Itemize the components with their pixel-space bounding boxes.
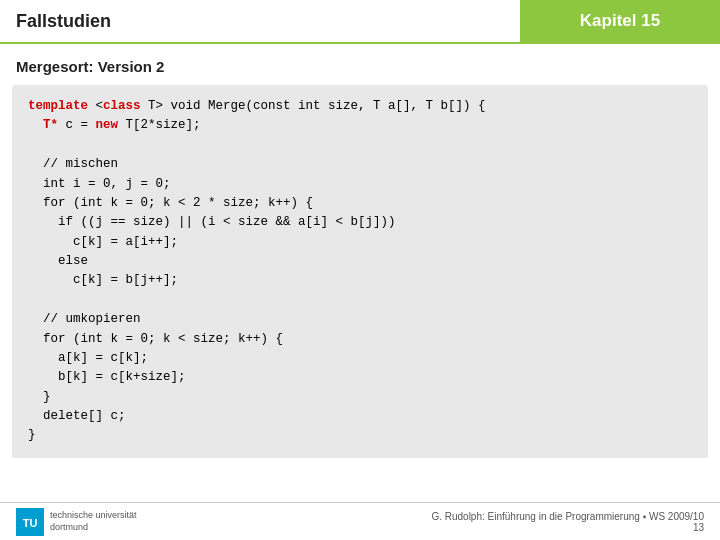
code-line-3: // mischen — [28, 155, 692, 174]
code-line-8: else — [28, 252, 692, 271]
header: Fallstudien Kapitel 15 — [0, 0, 720, 42]
code-line-12: a[k] = c[k]; — [28, 349, 692, 368]
footer: TU technische universität dortmund G. Ru… — [0, 502, 720, 540]
footer-logo-text: technische universität dortmund — [50, 510, 137, 533]
footer-credit: G. Rudolph: Einführung in die Programmie… — [431, 511, 704, 533]
code-line-15: delete[] c; — [28, 407, 692, 426]
header-divider — [0, 42, 720, 44]
footer-logo: TU technische universität dortmund — [16, 508, 137, 536]
code-line-blank-1 — [28, 136, 692, 155]
code-line-4: int i = 0, j = 0; — [28, 175, 692, 194]
code-line-7: c[k] = a[i++]; — [28, 233, 692, 252]
code-line-9: c[k] = b[j++]; — [28, 271, 692, 290]
code-block: template <class T> void Merge(const int … — [12, 85, 708, 458]
code-line-13: b[k] = c[k+size]; — [28, 368, 692, 387]
code-line-5: for (int k = 0; k < 2 * size; k++) { — [28, 194, 692, 213]
header-kapitel: Kapitel 15 — [520, 0, 720, 42]
svg-text:TU: TU — [23, 517, 38, 529]
code-line-10: // umkopieren — [28, 310, 692, 329]
code-line-16: } — [28, 426, 692, 445]
tud-logo-icon: TU — [16, 508, 44, 536]
code-line-1: template <class T> void Merge(const int … — [28, 97, 692, 116]
code-line-14: } — [28, 388, 692, 407]
header-title: Fallstudien — [0, 11, 520, 32]
code-line-11: for (int k = 0; k < size; k++) { — [28, 330, 692, 349]
subtitle: Mergesort: Version 2 — [0, 54, 720, 85]
code-line-2: T* c = new T[2*size]; — [28, 116, 692, 135]
code-line-6: if ((j == size) || (i < size && a[i] < b… — [28, 213, 692, 232]
code-line-blank-2 — [28, 291, 692, 310]
